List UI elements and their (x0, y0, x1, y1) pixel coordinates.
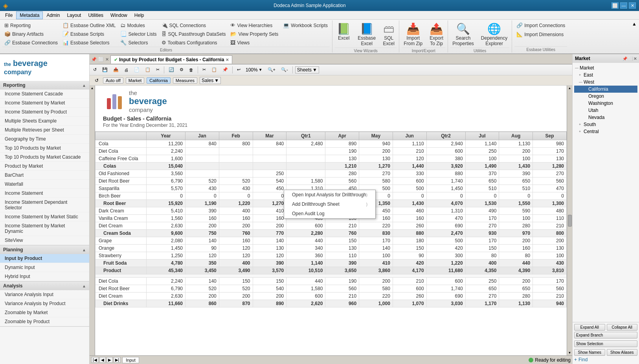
cell-12-1[interactable]: 750 (185, 230, 219, 237)
cell-14-11[interactable]: 130 (533, 245, 567, 252)
toolbar-btn5[interactable]: 📋 (143, 66, 152, 73)
cell-0-6[interactable]: 940 (359, 140, 393, 148)
cell-label-14[interactable]: Orange (95, 245, 147, 252)
filter-auto-off[interactable]: Auto off (103, 77, 123, 84)
toolbar-clear-btn[interactable]: 🗑 (187, 66, 195, 73)
cell-13-5[interactable]: 150 (325, 237, 359, 245)
cell-7-3[interactable]: 0 (253, 192, 286, 200)
cell-5-2[interactable]: 520 (219, 177, 253, 185)
cell-5-11[interactable]: 560 (533, 177, 567, 185)
menu-help[interactable]: Help (131, 11, 148, 19)
cell-6-0[interactable]: 5,570 (147, 185, 185, 192)
btn-import-dimensions[interactable]: 📐 Import Dimensions (514, 30, 566, 38)
cell-label-10[interactable]: Vanilla Cream (95, 215, 147, 222)
cell-10-3[interactable]: 160 (253, 215, 286, 222)
toolbar-btn6[interactable]: ✂ (154, 66, 162, 73)
cell-22-10[interactable]: 1,130 (499, 300, 533, 307)
cell-4-5[interactable]: 280 (325, 170, 359, 177)
sidebar-item-income-static[interactable]: Income Statement by Market Static (0, 212, 89, 221)
cell-12-2[interactable]: 760 (219, 230, 253, 237)
cell-12-5[interactable]: 760 (325, 230, 359, 237)
cell-13-6[interactable]: 170 (359, 237, 393, 245)
cell-19-8[interactable]: 600 (426, 278, 465, 285)
cell-11-10[interactable]: 280 (499, 222, 533, 230)
cell-15-3[interactable]: 120 (253, 252, 286, 260)
toolbar-btn4[interactable]: 📄 (132, 66, 141, 73)
cell-19-7[interactable]: 210 (393, 278, 426, 285)
toolbar-calc-btn[interactable]: ⚙ (178, 66, 185, 73)
cell-10-11[interactable]: 110 (533, 215, 567, 222)
ribbon-collapse-btn[interactable]: ▲ (631, 20, 637, 53)
btn-essbase-connections[interactable]: 🔗 Essbase Connections (2, 38, 60, 47)
cell-15-10[interactable]: 80 (499, 252, 533, 260)
cell-22-9[interactable]: 1,170 (465, 300, 499, 307)
close-panel-icon[interactable]: ✕ (105, 57, 109, 62)
sidebar-item-multiple-sheets[interactable]: Multiple Sheets Example (0, 117, 89, 126)
cell-21-2[interactable]: 200 (219, 293, 253, 300)
cell-16-8[interactable]: 1,220 (426, 260, 465, 267)
cell-8-11[interactable]: 1,300 (533, 200, 567, 207)
zoom-dropdown-icon[interactable]: ▼ (259, 68, 263, 72)
tree-item-washington[interactable]: Washington (574, 100, 637, 107)
cell-5-9[interactable]: 650 (465, 177, 499, 185)
cell-19-4[interactable]: 440 (286, 278, 325, 285)
menu-admin[interactable]: Admin (43, 11, 63, 19)
cell-15-0[interactable]: 1,250 (147, 252, 185, 260)
sheets-dropdown[interactable]: Sheets ▼ (295, 66, 319, 73)
cell-8-10[interactable]: 1,550 (499, 200, 533, 207)
cell-label-16[interactable]: Fruit Soda (95, 260, 147, 267)
cell-20-4[interactable]: 1,580 (286, 285, 325, 293)
cell-7-7[interactable]: 0 (393, 192, 426, 200)
cell-19-9[interactable]: 250 (465, 278, 499, 285)
btn-view-property-sets[interactable]: 📂 View Property Sets (228, 30, 280, 38)
cell-0-3[interactable]: 840 (253, 140, 286, 148)
cell-21-6[interactable]: 220 (359, 293, 393, 300)
cell-9-0[interactable]: 5,410 (147, 207, 185, 215)
cell-21-1[interactable]: 200 (185, 293, 219, 300)
cell-20-6[interactable]: 580 (359, 285, 393, 293)
cell-3-7[interactable]: 1,440 (393, 163, 426, 170)
cell-20-0[interactable]: 6,790 (147, 285, 185, 293)
cell-3-10[interactable]: 1,430 (499, 163, 533, 170)
cell-9-2[interactable]: 400 (219, 207, 253, 215)
right-panel-undock-btn[interactable]: ⬜ (628, 57, 633, 61)
cell-6-1[interactable]: 430 (185, 185, 219, 192)
cell-2-9[interactable]: 100 (465, 155, 499, 163)
minimize-button[interactable]: — (620, 2, 627, 9)
cell-20-1[interactable]: 520 (185, 285, 219, 293)
cell-8-3[interactable]: 1,270 (253, 200, 286, 207)
cell-13-3[interactable]: 140 (253, 237, 286, 245)
cell-19-1[interactable]: 140 (185, 278, 219, 285)
sidebar-item-income[interactable]: Income Statement (0, 189, 89, 198)
cell-1-0[interactable]: 2,240 (147, 148, 185, 155)
cell-13-7[interactable]: 180 (393, 237, 426, 245)
cell-label-13[interactable]: Grape (95, 237, 147, 245)
show-selection-btn[interactable]: Show Selection (574, 340, 637, 347)
cell-2-5[interactable]: 130 (325, 155, 359, 163)
cell-12-6[interactable]: 830 (359, 230, 393, 237)
pin-icon[interactable]: 📌 (91, 57, 97, 62)
cell-1-7[interactable]: 210 (393, 148, 426, 155)
tree-item-west[interactable]: — West (574, 79, 637, 86)
sheet-scroll-next[interactable]: ▶ (106, 357, 113, 363)
cell-12-11[interactable]: 800 (533, 230, 567, 237)
tree-item-central[interactable]: + Central (574, 128, 637, 135)
toolbar-btn3[interactable]: 🖨 (122, 66, 130, 73)
cell-22-3[interactable]: 890 (253, 300, 286, 307)
btn-essbase-excel[interactable]: 📘 EssbaseExcel (356, 21, 378, 48)
cell-21-0[interactable]: 2,630 (147, 293, 185, 300)
left-scrollbar[interactable]: ▲ (90, 86, 95, 355)
cell-14-5[interactable]: 130 (325, 245, 359, 252)
cell-14-3[interactable]: 130 (253, 245, 286, 252)
cell-17-2[interactable]: 3,490 (219, 267, 253, 274)
sidebar-item-variance-input[interactable]: Variance Analysis Input (0, 290, 89, 299)
sidebar-item-input-product[interactable]: Input by Product (0, 254, 89, 263)
cell-22-4[interactable]: 2,620 (286, 300, 325, 307)
cell-11-11[interactable]: 210 (533, 222, 567, 230)
cell-8-9[interactable]: 1,530 (465, 200, 499, 207)
cell-16-10[interactable]: 440 (499, 260, 533, 267)
cell-5-7[interactable]: 600 (393, 177, 426, 185)
sheet-scroll-first[interactable]: |◀ (91, 357, 99, 363)
btn-import-connections[interactable]: 🔗 Import Connections (514, 21, 567, 29)
btn-sql-passthrough[interactable]: 🗄 SQL Passthrough DataSets (160, 30, 228, 38)
